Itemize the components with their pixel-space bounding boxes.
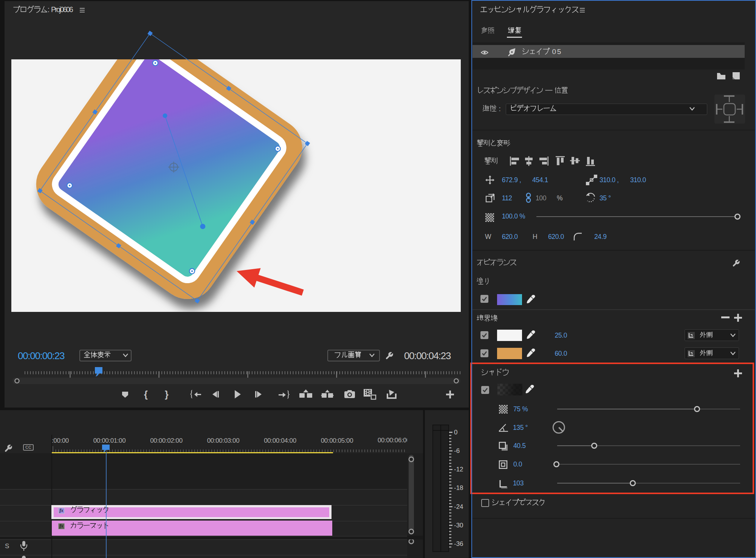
- svg-text:Proj0606: Proj0606: [51, 6, 73, 14]
- svg-text::: :: [48, 6, 50, 14]
- svg-text::: :: [499, 104, 501, 112]
- svg-text:05: 05: [552, 48, 561, 56]
